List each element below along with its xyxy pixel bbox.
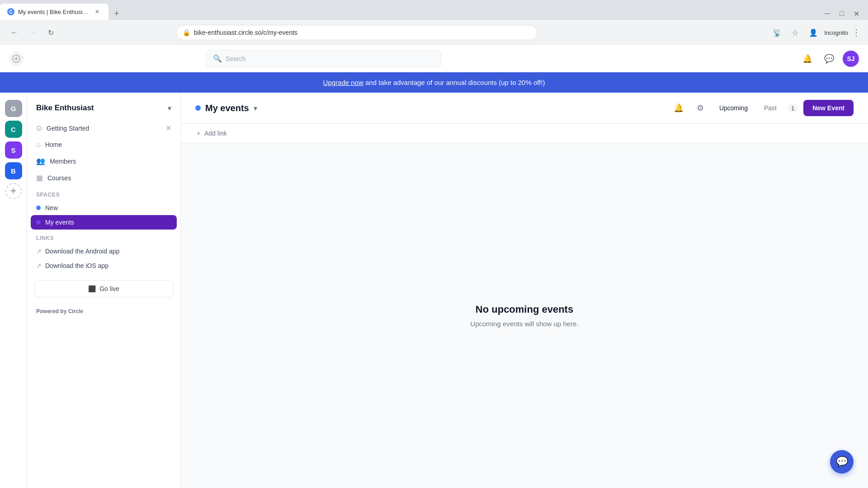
sidebar-item-label: Members — [50, 158, 76, 165]
search-placeholder-text: Search — [226, 55, 245, 62]
window-minimize-button[interactable]: ─ — [821, 7, 834, 20]
tab-title: My events | Bike Enthusiast — [18, 9, 90, 15]
space-dot-icon — [36, 220, 41, 225]
add-link-button[interactable]: ＋ Add link — [195, 129, 854, 137]
tab-favicon: C — [7, 8, 14, 15]
sidebar-item-label: Getting Started — [47, 125, 89, 132]
incognito-label: Incognito — [824, 29, 848, 36]
forward-button[interactable]: → — [25, 25, 40, 40]
notification-settings-icon[interactable]: 🔔 — [670, 100, 687, 116]
content-dot-icon — [195, 105, 201, 111]
lock-icon: 🔒 — [183, 29, 190, 36]
browser-menu-icon[interactable]: ⋮ — [852, 27, 861, 38]
bookmark-icon[interactable]: ☆ — [788, 25, 802, 40]
content-title: My events — [205, 103, 249, 113]
address-bar[interactable]: 🔒 bike-enthusiast.circle.so/c/my-events — [176, 25, 538, 40]
sidebar-item-label: Home — [45, 141, 62, 148]
links-section-title: Links — [27, 230, 180, 244]
external-link-icon: ↗ — [36, 248, 42, 255]
new-event-button[interactable]: New Event — [803, 100, 854, 116]
tab-close-icon[interactable]: ✕ — [93, 8, 101, 16]
sidebar-item-members[interactable]: 👥 Members — [27, 153, 180, 169]
space-dot-icon — [36, 206, 41, 210]
sidebar-add-community-button[interactable]: + — [5, 183, 22, 199]
upgrade-link[interactable]: Upgrade now — [323, 79, 363, 86]
content-chevron-icon[interactable]: ▾ — [254, 104, 257, 113]
icon-sidebar: G C S B + — [0, 93, 27, 488]
user-avatar[interactable]: SJ — [843, 51, 859, 67]
banner-text: and take advantage of our annual discoun… — [363, 79, 545, 86]
external-link-icon: ↗ — [36, 262, 42, 269]
go-live-button[interactable]: ⬛ Go live — [34, 280, 173, 297]
search-box[interactable]: 🔍 Search — [206, 50, 441, 67]
sidebar-item-label: Courses — [47, 174, 71, 182]
window-close-button[interactable]: ✕ — [850, 7, 863, 20]
sidebar-item-courses[interactable]: ▦ Courses — [27, 169, 180, 186]
link-label: Download the iOS app — [45, 262, 108, 269]
window-maximize-button[interactable]: □ — [835, 7, 848, 20]
getting-started-icon: ⊙ — [36, 124, 42, 132]
back-button[interactable]: ← — [7, 25, 22, 40]
sidebar-community-title: Bike Enthusiast — [36, 103, 94, 113]
notification-bell-icon[interactable]: 🔔 — [799, 51, 816, 67]
plus-icon: ＋ — [195, 129, 202, 137]
sidebar-icon-b[interactable]: B — [5, 162, 22, 179]
browser-tab[interactable]: C My events | Bike Enthusiast ✕ — [0, 4, 108, 20]
space-label: My events — [45, 219, 74, 226]
nav-sidebar: Bike Enthusiast ▾ ⊙ Getting Started ✕ ⌂ … — [27, 93, 181, 488]
new-tab-button[interactable]: + — [110, 7, 123, 20]
content-body: No upcoming events Upcoming events will … — [181, 143, 868, 488]
courses-icon: ▦ — [36, 174, 43, 182]
brand-name: Circle — [68, 308, 83, 314]
settings-icon[interactable]: ⚙ — [692, 100, 708, 116]
members-icon: 👥 — [36, 157, 45, 165]
upgrade-banner: Upgrade now and take advantage of our an… — [0, 72, 868, 93]
sidebar-chevron-icon[interactable]: ▾ — [168, 104, 171, 113]
search-icon: 🔍 — [213, 54, 222, 63]
sidebar-icon-c[interactable]: C — [5, 121, 22, 138]
home-icon: ⌂ — [36, 141, 41, 149]
sidebar-icon-g[interactable]: G — [5, 100, 22, 117]
app-logo[interactable] — [9, 52, 24, 66]
video-icon: ⬛ — [88, 285, 96, 292]
add-link-label: Add link — [204, 130, 227, 137]
sidebar-link-ios[interactable]: ↗ Download the iOS app — [27, 258, 180, 273]
upcoming-tab[interactable]: Upcoming — [714, 102, 753, 114]
sidebar-space-new[interactable]: New — [27, 201, 180, 215]
spaces-section-title: Spaces — [27, 186, 180, 201]
past-tab[interactable]: Past — [759, 102, 782, 114]
sidebar-item-home[interactable]: ⌂ Home — [27, 136, 180, 153]
profile-icon[interactable]: 👤 — [806, 25, 821, 40]
cast-icon[interactable]: 📡 — [770, 25, 784, 40]
past-count-badge: 1 — [788, 104, 798, 113]
url-text: bike-enthusiast.circle.so/c/my-events — [194, 29, 531, 36]
sidebar-icon-s[interactable]: S — [5, 141, 22, 159]
empty-state: No upcoming events Upcoming events will … — [470, 304, 578, 328]
empty-state-subtitle: Upcoming events will show up here. — [470, 320, 578, 328]
close-icon[interactable]: ✕ — [165, 124, 171, 132]
sidebar-item-getting-started[interactable]: ⊙ Getting Started ✕ — [27, 120, 180, 136]
chat-fab-button[interactable]: 💬 — [830, 450, 854, 474]
powered-by: Powered by Circle — [27, 305, 180, 318]
space-label: New — [45, 204, 58, 211]
link-label: Download the Android app — [45, 248, 119, 255]
empty-state-title: No upcoming events — [470, 304, 578, 315]
content-header: My events ▾ 🔔 ⚙ Upcoming Past 1 New Even… — [181, 93, 868, 124]
content-sub-header: ＋ Add link — [181, 124, 868, 143]
reload-button[interactable]: ↻ — [43, 25, 58, 40]
sidebar-link-android[interactable]: ↗ Download the Android app — [27, 244, 180, 258]
go-live-label: Go live — [99, 285, 119, 292]
chat-icon[interactable]: 💬 — [821, 51, 837, 67]
sidebar-space-my-events[interactable]: My events — [31, 215, 177, 230]
